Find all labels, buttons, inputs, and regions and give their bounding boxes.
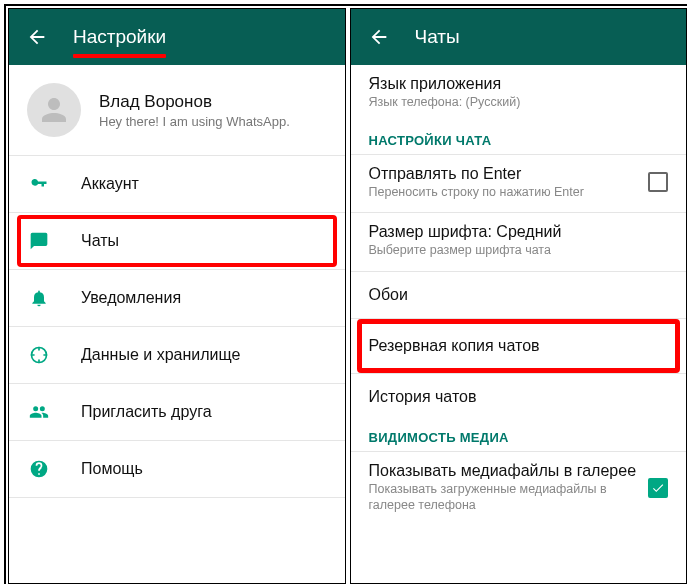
bell-icon (27, 286, 51, 310)
appbar-chats: Чаты (351, 9, 687, 65)
help-icon (27, 457, 51, 481)
profile-status: Hey there! I am using WhatsApp. (99, 114, 290, 129)
phone-left: Настройки Влад Воронов Hey there! I am u… (8, 8, 346, 584)
checkbox-checked[interactable] (648, 478, 668, 498)
checkbox-unchecked[interactable] (648, 172, 668, 192)
back-button[interactable] (367, 25, 391, 49)
row-chat-backup[interactable]: Резервная копия чатов (351, 319, 687, 373)
settings-label: Помощь (81, 460, 143, 478)
avatar (27, 83, 81, 137)
settings-item-notifications[interactable]: Уведомления (9, 270, 345, 326)
row-font-size[interactable]: Размер шрифта: Средний Выберите размер ш… (351, 213, 687, 271)
row-enter-send[interactable]: Отправлять по Enter Переносить строку по… (351, 155, 687, 213)
appbar-title: Настройки (73, 26, 166, 48)
chats-settings-content: Язык приложения Язык телефона: (Русский)… (351, 65, 687, 583)
highlight-underline (73, 54, 166, 58)
row-sub: Язык телефона: (Русский) (369, 95, 669, 111)
appbar-title: Чаты (415, 26, 460, 48)
phone-right: Чаты Язык приложения Язык телефона: (Рус… (350, 8, 688, 584)
profile-row[interactable]: Влад Воронов Hey there! I am using Whats… (9, 65, 345, 155)
check-icon (651, 481, 665, 495)
row-title: Размер шрифта: Средний (369, 223, 669, 241)
chat-icon (27, 229, 51, 253)
settings-label: Пригласить друга (81, 403, 212, 421)
person-icon (36, 92, 72, 128)
appbar-settings: Настройки (9, 9, 345, 65)
settings-label: Чаты (81, 232, 119, 250)
section-media-visibility: ВИДИМОСТЬ МЕДИА (351, 420, 687, 451)
settings-item-data[interactable]: Данные и хранилище (9, 327, 345, 383)
settings-label: Данные и хранилище (81, 346, 240, 364)
tutorial-frame: Настройки Влад Воронов Hey there! I am u… (4, 4, 687, 584)
row-title: Язык приложения (369, 75, 669, 93)
row-title: Показывать медиафайлы в галерее (369, 462, 649, 480)
row-sub: Переносить строку по нажатию Enter (369, 185, 649, 201)
settings-item-invite[interactable]: Пригласить друга (9, 384, 345, 440)
row-app-language[interactable]: Язык приложения Язык телефона: (Русский) (351, 65, 687, 123)
back-arrow-icon (368, 26, 390, 48)
row-title: Обои (369, 286, 669, 304)
settings-item-help[interactable]: Помощь (9, 441, 345, 497)
settings-item-account[interactable]: Аккаунт (9, 156, 345, 212)
settings-item-chats[interactable]: Чаты (9, 213, 345, 269)
row-title: История чатов (369, 388, 669, 406)
section-chat-settings: НАСТРОЙКИ ЧАТА (351, 123, 687, 154)
row-chat-history[interactable]: История чатов (351, 374, 687, 420)
settings-label: Аккаунт (81, 175, 139, 193)
data-icon (27, 343, 51, 367)
profile-name: Влад Воронов (99, 92, 290, 112)
settings-label: Уведомления (81, 289, 181, 307)
row-title: Отправлять по Enter (369, 165, 649, 183)
row-media-visibility[interactable]: Показывать медиафайлы в галерее Показыва… (351, 452, 687, 525)
row-sub: Показывать загруженные медиафайлы в гале… (369, 482, 649, 513)
divider (9, 497, 345, 498)
settings-content: Влад Воронов Hey there! I am using Whats… (9, 65, 345, 583)
back-arrow-icon (26, 26, 48, 48)
row-title: Резервная копия чатов (369, 337, 669, 355)
row-sub: Выберите размер шрифта чата (369, 243, 669, 259)
back-button[interactable] (25, 25, 49, 49)
row-wallpaper[interactable]: Обои (351, 272, 687, 318)
key-icon (27, 172, 51, 196)
invite-icon (27, 400, 51, 424)
